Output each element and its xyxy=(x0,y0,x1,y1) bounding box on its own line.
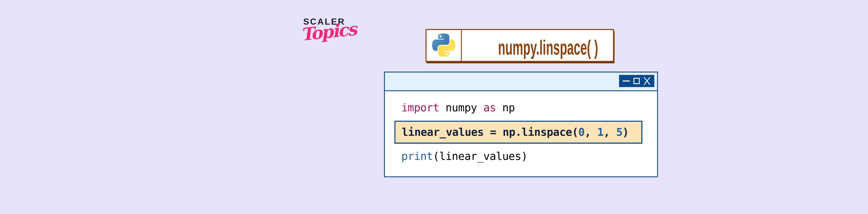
code-window: import numpy as np linear_values = np.li… xyxy=(384,72,658,177)
code-line-print: print(linear_values) xyxy=(401,149,528,163)
code-line-linspace: linear_values = np.linspace(0, 1, 5) xyxy=(402,126,629,139)
title-banner: numpy.linspace( ) xyxy=(426,29,614,62)
python-logo-cell xyxy=(427,30,462,61)
code-line-import: import numpy as np xyxy=(401,101,515,114)
code-area: import numpy as np linear_values = np.li… xyxy=(385,91,657,176)
scaler-topics-logo: SCALER Topics xyxy=(301,16,346,43)
close-icon[interactable] xyxy=(643,76,651,85)
minimize-icon[interactable] xyxy=(623,80,630,81)
window-controls xyxy=(619,75,654,87)
banner-title-cell: numpy.linspace( ) xyxy=(462,30,634,61)
highlighted-code-box: linear_values = np.linspace(0, 1, 5) xyxy=(395,121,642,144)
window-titlebar[interactable] xyxy=(385,72,657,91)
banner-title: numpy.linspace( ) xyxy=(498,36,598,59)
python-logo-icon xyxy=(432,33,455,58)
maximize-icon[interactable] xyxy=(633,78,640,84)
scaler-topics-text: Topics xyxy=(300,21,347,43)
